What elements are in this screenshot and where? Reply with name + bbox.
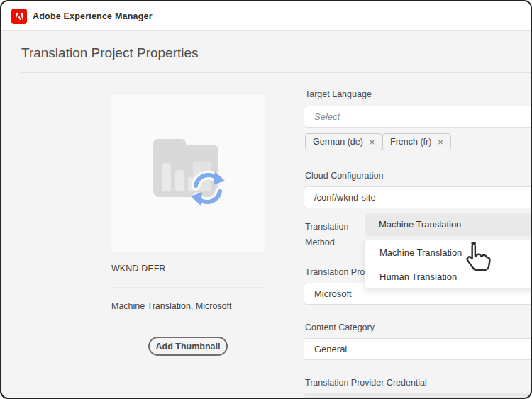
- cloud-configuration-label: Cloud Configuration: [305, 171, 384, 181]
- language-tag-french: French (fr) ×: [382, 133, 451, 150]
- title-divider: [21, 72, 532, 73]
- language-tag-label: French (fr): [390, 137, 431, 147]
- thumbnail-divider: [111, 287, 265, 288]
- aem-window: Adobe Experience Manager Translation Pro…: [0, 0, 532, 399]
- language-tag-label: German (de): [313, 137, 363, 147]
- target-language-input[interactable]: [304, 106, 532, 128]
- translation-method-dropdown: Machine Translation Human Translation: [365, 240, 532, 289]
- app-title: Adobe Experience Manager: [33, 1, 153, 31]
- target-language-label: Target Language: [305, 89, 372, 99]
- sync-icon: [188, 169, 228, 208]
- dropdown-option-machine-translation[interactable]: Machine Translation: [365, 240, 532, 264]
- language-tag-german: German (de) ×: [305, 133, 382, 150]
- project-name: WKND-DEFR: [111, 264, 165, 274]
- remove-tag-icon[interactable]: ×: [438, 137, 443, 147]
- dropdown-option-human-translation[interactable]: Human Translation: [365, 264, 532, 288]
- remove-tag-icon[interactable]: ×: [370, 137, 375, 147]
- content-category-input[interactable]: [304, 338, 532, 360]
- content-category-label: Content Category: [305, 322, 375, 332]
- add-thumbnail-button[interactable]: Add Thumbnail: [148, 337, 228, 356]
- cloud-configuration-input[interactable]: [304, 186, 532, 208]
- translation-provider-credential-select[interactable]: [304, 393, 532, 399]
- topbar: Adobe Experience Manager: [1, 1, 532, 31]
- translation-method-select[interactable]: Machine Translation: [365, 213, 532, 236]
- adobe-a-glyph: [13, 11, 25, 22]
- adobe-logo-icon[interactable]: [11, 9, 27, 24]
- project-summary: Machine Translation, Microsoft: [111, 301, 232, 311]
- translation-provider-credential-label: Translation Provider Credential: [305, 378, 427, 388]
- translation-method-label: Translation Method: [305, 219, 362, 250]
- page-title: Translation Project Properties: [21, 45, 199, 61]
